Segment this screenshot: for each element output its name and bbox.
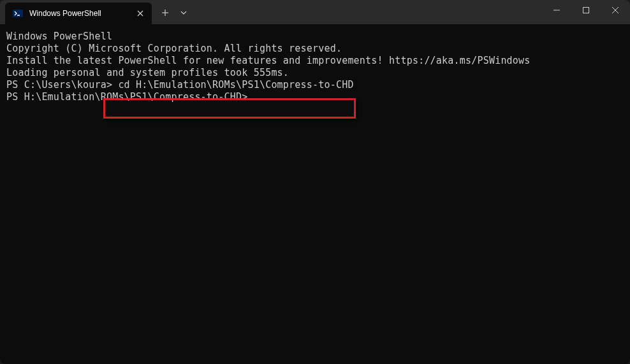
new-tab-button[interactable] [156, 3, 175, 22]
tab-dropdown-button[interactable] [175, 3, 193, 22]
terminal-line: Copyright (C) Microsoft Corporation. All… [6, 43, 624, 55]
close-button[interactable] [601, 0, 630, 20]
minimize-button[interactable] [542, 0, 571, 20]
powershell-icon [13, 8, 23, 18]
maximize-button[interactable] [571, 0, 601, 20]
svg-rect-7 [583, 8, 589, 13]
tab-powershell[interactable]: Windows PowerShell [5, 3, 152, 24]
title-bar: Windows PowerShell [0, 0, 630, 24]
svg-rect-0 [13, 10, 23, 17]
window-controls [542, 0, 630, 24]
terminal-line: Install the latest PowerShell for new fe… [6, 55, 624, 67]
terminal-line: Windows PowerShell [6, 31, 624, 43]
terminal-line: Loading personal and system profiles too… [6, 67, 624, 79]
terminal-command: cd H:\Emulation\ROMs\PS1\Compress-to-CHD [118, 79, 353, 91]
tab-title: Windows PowerShell [29, 9, 129, 18]
terminal-content[interactable]: Windows PowerShell Copyright (C) Microso… [0, 24, 630, 364]
terminal-prompt-line: PS C:\Users\koura> cd H:\Emulation\ROMs\… [6, 79, 624, 91]
tab-close-button[interactable] [135, 8, 145, 18]
tab-strip: Windows PowerShell [0, 0, 193, 24]
terminal-prompt: PS C:\Users\koura> [6, 79, 118, 91]
terminal-prompt-line: PS H:\Emulation\ROMs\PS1\Compress-to-CHD… [6, 91, 624, 103]
